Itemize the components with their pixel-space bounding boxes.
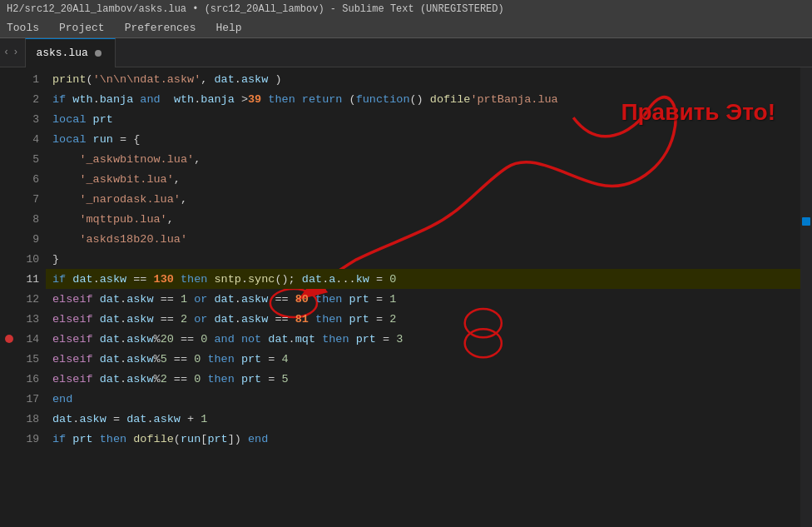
menu-preferences[interactable]: Preferences xyxy=(121,20,200,36)
tabbar: ‹ › asks.lua xyxy=(0,38,812,67)
menu-help[interactable]: Help xyxy=(212,20,245,36)
line-num-14: 14 xyxy=(26,333,39,346)
code-line-8: 'mqttpub.lua', xyxy=(46,209,800,229)
line-num-4: 4 xyxy=(32,133,39,146)
gutter-row-17: 17 xyxy=(0,389,46,409)
line-num-3: 3 xyxy=(32,113,39,126)
code-line-4: local run = { xyxy=(46,129,800,149)
line-num-6: 6 xyxy=(32,173,39,186)
side-indicator xyxy=(800,67,812,527)
gutter-row-6: 6 xyxy=(0,169,46,189)
breakpoint-14 xyxy=(5,335,13,343)
menu-project[interactable]: Project xyxy=(56,20,108,36)
code-line-16: elseif dat.askw%2 == 0 then prt = 5 xyxy=(46,369,800,389)
line-num-9: 9 xyxy=(32,233,39,246)
gutter-row-14: 14 xyxy=(0,329,46,349)
line-num-10: 10 xyxy=(26,253,39,266)
code-line-1: print('\n\n\ndat.askw', dat.askw ) xyxy=(46,69,800,89)
titlebar-text: H2/src12_20All_lambov/asks.lua • (src12_… xyxy=(7,3,504,15)
gutter-row-12: 12 xyxy=(0,289,46,309)
tab-arrows[interactable]: ‹ › xyxy=(3,47,18,58)
line-num-17: 17 xyxy=(26,393,39,405)
gutter-row-16: 16 xyxy=(0,369,46,389)
line-num-13: 13 xyxy=(26,313,39,326)
gutter-row-15: 15 xyxy=(0,349,46,369)
code-line-13: elseif dat.askw == 2 or dat.askw == 81 t… xyxy=(46,309,800,329)
code-line-18: dat.askw = dat.askw + 1 xyxy=(46,409,800,429)
gutter-row-4: 4 xyxy=(0,129,46,149)
gutter-row-8: 8 xyxy=(0,209,46,229)
code-line-2: if wth.banja and wth.banja >39 then retu… xyxy=(46,89,800,109)
code-line-14: elseif dat.askw%20 == 0 and not dat.mqt … xyxy=(46,329,800,349)
code-line-9: 'askds18b20.lua' xyxy=(46,229,800,249)
line-num-16: 16 xyxy=(26,373,39,385)
titlebar: H2/src12_20All_lambov/asks.lua • (src12_… xyxy=(0,0,812,18)
code-line-3: local prt xyxy=(46,109,800,129)
gutter-row-3: 3 xyxy=(0,109,46,129)
gutter-row-9: 9 xyxy=(0,229,46,249)
code-area[interactable]: Править Это! print('\n\n\ndat.askw', dat… xyxy=(46,67,800,527)
line-num-12: 12 xyxy=(26,293,39,306)
code-line-10: } xyxy=(46,249,800,269)
line-num-18: 18 xyxy=(26,413,39,425)
code-line-17: end xyxy=(46,389,800,409)
gutter-row-13: 13 xyxy=(0,309,46,329)
code-line-11: if dat.askw == 130 then sntp.sync(); dat… xyxy=(46,269,800,289)
line-num-5: 5 xyxy=(32,153,39,166)
tab-asks-lua[interactable]: asks.lua xyxy=(25,38,115,67)
menubar: Tools Project Preferences Help xyxy=(0,18,812,38)
line-num-7: 7 xyxy=(32,193,39,206)
line-num-2: 2 xyxy=(32,93,39,106)
tab-filename: asks.lua xyxy=(36,47,87,59)
indicator-dot xyxy=(802,217,810,226)
line-gutter: 1 2 3 4 5 6 7 8 9 10 11 12 13 14 15 16 1… xyxy=(0,67,46,527)
editor: 1 2 3 4 5 6 7 8 9 10 11 12 13 14 15 16 1… xyxy=(0,67,812,527)
gutter-row-11: 11 xyxy=(0,269,46,289)
tab-modified-dot xyxy=(95,50,102,57)
line-num-15: 15 xyxy=(26,353,39,365)
gutter-row-5: 5 xyxy=(0,149,46,169)
gutter-row-1: 1 xyxy=(0,69,46,89)
code-line-7: '_narodask.lua', xyxy=(46,189,800,209)
line-num-19: 19 xyxy=(26,433,39,445)
gutter-row-2: 2 xyxy=(0,89,46,109)
code-line-6: '_askwbit.lua', xyxy=(46,169,800,189)
code-line-15: elseif dat.askw%5 == 0 then prt = 4 xyxy=(46,349,800,369)
line-num-1: 1 xyxy=(32,73,39,86)
gutter-row-18: 18 xyxy=(0,409,46,429)
code-line-12: elseif dat.askw == 1 or dat.askw == 80 t… xyxy=(46,289,800,309)
line-num-11: 11 xyxy=(26,273,39,286)
gutter-row-19: 19 xyxy=(0,429,46,449)
menu-tools[interactable]: Tools xyxy=(3,20,42,36)
code-line-5: '_askwbitnow.lua', xyxy=(46,149,800,169)
line-num-8: 8 xyxy=(32,213,39,226)
code-line-19: if prt then dofile(run[prt]) end xyxy=(46,429,800,449)
gutter-row-10: 10 xyxy=(0,249,46,269)
gutter-row-7: 7 xyxy=(0,189,46,209)
